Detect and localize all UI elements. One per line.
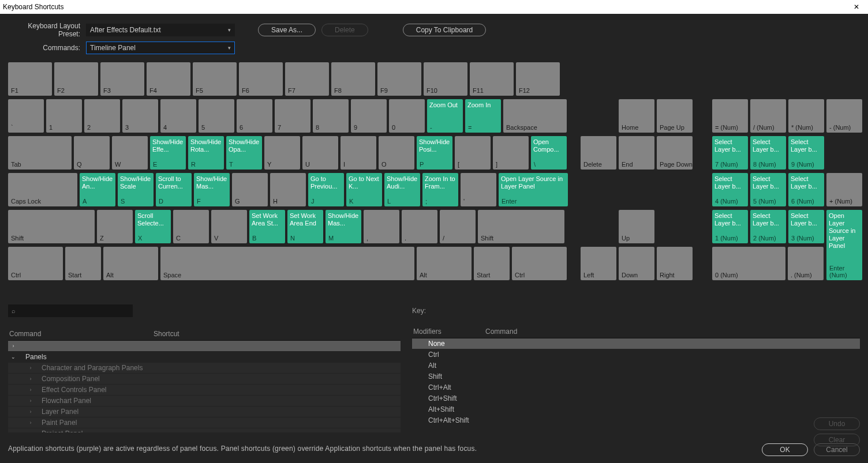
key--[interactable]: Open Compo...\ xyxy=(531,136,567,170)
key--[interactable]: [ xyxy=(455,136,491,170)
key-h[interactable]: H xyxy=(270,173,306,206)
key-f8[interactable]: F8 xyxy=(331,62,375,96)
key-alt[interactable]: Alt xyxy=(417,247,472,280)
key-q[interactable]: Q xyxy=(74,136,110,170)
key-3-num-[interactable]: Select Layer b...3 (Num) xyxy=(788,210,824,243)
key-home[interactable]: Home xyxy=(619,99,654,133)
tree-row[interactable]: ›Effect Controls Panel xyxy=(8,385,401,396)
tree-row[interactable]: ›Layer Panel xyxy=(8,406,401,417)
key-7[interactable]: 7 xyxy=(275,99,310,133)
key-caps-lock[interactable]: Caps Lock xyxy=(8,173,77,206)
modifier-row[interactable]: Ctrl+Shift xyxy=(412,393,860,404)
key-m[interactable]: Show/Hide Mas...M xyxy=(326,210,361,243)
modifiers-list[interactable]: NoneCtrlAltShiftCtrl+AltCtrl+ShiftAlt+Sh… xyxy=(412,338,860,426)
key--[interactable]: , xyxy=(364,210,399,243)
key-f2[interactable]: F2 xyxy=(54,62,98,96)
key-f1[interactable]: F1 xyxy=(8,62,52,96)
key-l[interactable]: Show/Hide Audi...L xyxy=(384,173,420,206)
close-icon[interactable]: ✕ xyxy=(845,0,868,14)
key-f4[interactable]: F4 xyxy=(147,62,190,96)
key-0[interactable]: 0 xyxy=(389,99,425,133)
key-f[interactable]: Show/Hide Mas...F xyxy=(194,173,230,206)
key-o[interactable]: O xyxy=(379,136,414,170)
key--[interactable]: ' xyxy=(461,173,496,206)
modifier-row[interactable]: Alt xyxy=(412,360,860,371)
tree-row[interactable]: ›Character and Paragraph Panels xyxy=(8,363,401,374)
key-j[interactable]: Go to Previou...J xyxy=(308,173,344,206)
key-page-down[interactable]: Page Down xyxy=(657,136,693,170)
key-start[interactable]: Start xyxy=(65,247,101,280)
key-2[interactable]: 2 xyxy=(84,99,120,133)
key--[interactable]: Zoom In= xyxy=(465,99,501,133)
key-shift[interactable]: Shift xyxy=(8,210,95,243)
key-b[interactable]: Set Work Area St...B xyxy=(249,210,285,243)
key-end[interactable]: End xyxy=(619,136,654,170)
modifier-row[interactable]: Ctrl+Alt xyxy=(412,382,860,393)
key-9-num-[interactable]: Select Layer b...9 (Num) xyxy=(788,136,824,170)
key-6[interactable]: 6 xyxy=(237,99,272,133)
copy-clipboard-button[interactable]: Copy To Clipboard xyxy=(403,24,487,36)
tree-row[interactable]: ›Project Panel xyxy=(8,428,401,432)
key--num-[interactable]: - (Num) xyxy=(826,99,862,133)
key--[interactable]: ` xyxy=(8,99,44,133)
key-e[interactable]: Show/Hide Effe...E xyxy=(150,136,186,170)
tree-row[interactable]: ›Paint Panel xyxy=(8,417,401,428)
key--[interactable]: Zoom Out- xyxy=(427,99,463,133)
key-t[interactable]: Show/Hide Opa...T xyxy=(226,136,262,170)
key--num-[interactable]: + (Num) xyxy=(826,173,862,206)
key-f9[interactable]: F9 xyxy=(377,62,421,96)
key--[interactable]: Zoom In to Fram...; xyxy=(422,173,458,206)
key-x[interactable]: Scroll Selecte...X xyxy=(135,210,171,243)
key-f3[interactable]: F3 xyxy=(100,62,144,96)
key-delete[interactable]: Delete xyxy=(581,136,616,170)
key-f11[interactable]: F11 xyxy=(470,62,514,96)
modifier-row[interactable]: Ctrl+Alt+Shift xyxy=(412,415,860,426)
key-start[interactable]: Start xyxy=(474,247,510,280)
key-ctrl[interactable]: Ctrl xyxy=(512,247,567,280)
key--num-[interactable]: = (Num) xyxy=(712,99,748,133)
key-f12[interactable]: F12 xyxy=(516,62,560,96)
key-g[interactable]: G xyxy=(232,173,268,206)
key-r[interactable]: Show/Hide Rota...R xyxy=(188,136,224,170)
key-w[interactable]: W xyxy=(112,136,148,170)
commands-dropdown[interactable]: Timeline Panel ▾ xyxy=(86,42,235,54)
key-d[interactable]: Scroll to Curren...D xyxy=(156,173,192,206)
modifier-row[interactable]: None xyxy=(412,338,860,349)
search-input[interactable]: ⌕ xyxy=(8,304,133,317)
key-k[interactable]: Go to Next K...K xyxy=(346,173,382,206)
cancel-button[interactable]: Cancel xyxy=(814,443,860,456)
key-left[interactable]: Left xyxy=(581,247,616,280)
key-7-num-[interactable]: Select Layer b...7 (Num) xyxy=(712,136,748,170)
key-5[interactable]: 5 xyxy=(199,99,234,133)
key-6-num-[interactable]: Select Layer b...6 (Num) xyxy=(788,173,824,206)
key-1-num-[interactable]: Select Layer b...1 (Num) xyxy=(712,210,748,243)
key-4-num-[interactable]: Select Layer b...4 (Num) xyxy=(712,173,748,206)
key-right[interactable]: Right xyxy=(657,247,693,280)
tree-row[interactable]: ›Flowchart Panel xyxy=(8,396,401,406)
modifier-row[interactable]: Alt+Shift xyxy=(412,404,860,415)
key-enter[interactable]: Open Layer Source in Layer PanelEnter xyxy=(499,173,568,206)
key--num-[interactable]: / (Num) xyxy=(750,99,786,133)
save-as-button[interactable]: Save As... xyxy=(258,24,316,36)
key-f6[interactable]: F6 xyxy=(239,62,283,96)
key-5-num-[interactable]: Select Layer b...5 (Num) xyxy=(750,173,786,206)
key-p[interactable]: Show/Hide Posi...P xyxy=(417,136,452,170)
key-8[interactable]: 8 xyxy=(313,99,349,133)
key-3[interactable]: 3 xyxy=(122,99,158,133)
key-1[interactable]: 1 xyxy=(46,99,82,133)
key-tab[interactable]: Tab xyxy=(8,136,72,170)
key-9[interactable]: 9 xyxy=(351,99,387,133)
key--num-[interactable]: * (Num) xyxy=(788,99,824,133)
key-u[interactable]: U xyxy=(302,136,338,170)
key--num-[interactable]: . (Num) xyxy=(788,247,824,280)
tree-row[interactable]: ⌄ Panels xyxy=(8,352,401,363)
modifier-row[interactable]: Shift xyxy=(412,371,860,382)
key-c[interactable]: C xyxy=(173,210,209,243)
key-up[interactable]: Up xyxy=(619,210,654,243)
preset-dropdown[interactable]: After Effects Default.txt ▾ xyxy=(86,24,235,36)
key--[interactable]: . xyxy=(402,210,437,243)
key-f10[interactable]: F10 xyxy=(424,62,467,96)
key-enter-num-[interactable]: Open Layer Source in Layer PanelEnter (N… xyxy=(826,210,862,280)
key-space[interactable]: Space xyxy=(160,247,414,280)
key-down[interactable]: Down xyxy=(619,247,654,280)
